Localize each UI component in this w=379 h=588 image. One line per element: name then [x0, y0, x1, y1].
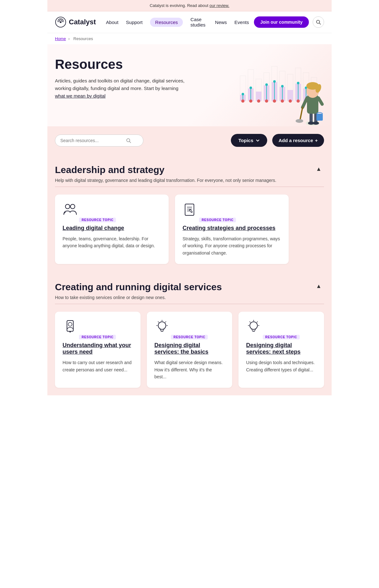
svg-line-3 [319, 23, 321, 24]
svg-line-61 [300, 107, 303, 120]
hero-section: Resources Articles, guides and toolkits … [47, 44, 332, 126]
breadcrumb-home[interactable]: Home [55, 36, 66, 41]
svg-line-90 [257, 321, 258, 322]
lightbulb-icon [154, 319, 170, 334]
card-understanding-users: RESOURCE TOPIC Understanding what your u… [55, 312, 141, 388]
banner-link[interactable]: our review. [209, 3, 229, 8]
page-title: Resources [55, 57, 188, 72]
nav-news[interactable]: News [215, 20, 227, 25]
logo[interactable]: Catalyst [55, 16, 96, 28]
svg-point-66 [65, 204, 70, 209]
svg-point-45 [281, 99, 284, 103]
svg-point-78 [158, 322, 166, 329]
svg-line-84 [158, 321, 159, 322]
search-input[interactable] [60, 138, 123, 143]
logo-text: Catalyst [69, 18, 96, 26]
svg-point-67 [70, 204, 75, 209]
leadership-description: Help with digital strategy, governance a… [55, 178, 276, 183]
card3-description: How to carry out user research and creat… [63, 359, 133, 373]
card2-title[interactable]: Creating strategies and processes [183, 225, 281, 231]
card-creating-strategies: RESOURCE TOPIC Creating strategies and p… [175, 195, 289, 264]
card5-description: Using design tools and techniques. Creat… [246, 359, 316, 373]
leadership-section-header: Leadership and strategy Help with digita… [55, 165, 324, 187]
logo-icon [55, 16, 66, 28]
svg-point-40 [241, 99, 244, 103]
search-button[interactable] [313, 16, 324, 28]
banner-text: Catalyst is evolving. Read about [150, 3, 209, 8]
svg-point-47 [297, 99, 300, 103]
svg-line-83 [165, 321, 166, 322]
nav-support[interactable]: Support [126, 20, 143, 25]
nav-resources[interactable]: Resources [150, 18, 183, 27]
card5-title[interactable]: Designing digital services: next steps [246, 342, 316, 355]
card4-title[interactable]: Designing digital services: the basics [154, 342, 225, 355]
nav-about[interactable]: About [106, 20, 118, 25]
digital-services-section-header: Creating and running digital services Ho… [55, 282, 324, 304]
navigation: Catalyst About Support Resources Case st… [47, 11, 332, 33]
card3-topic-label: RESOURCE TOPIC [79, 335, 116, 339]
people-icon [63, 202, 78, 217]
leadership-cards-grid: RESOURCE TOPIC Leading digital change Pe… [47, 187, 332, 272]
card-designing-basics: RESOURCE TOPIC Designing digital service… [147, 312, 232, 388]
search-input-icon [126, 138, 131, 143]
svg-point-62 [296, 119, 303, 123]
hero-illustration [199, 57, 332, 126]
svg-rect-72 [189, 209, 192, 213]
page-wrapper: Catalyst is evolving. Read about our rev… [47, 0, 332, 395]
breadcrumb-current: Resources [73, 36, 93, 41]
card2-description: Strategy, skills, transformation program… [183, 235, 281, 256]
digital-services-title: Creating and running digital services [55, 282, 222, 292]
digital-services-cards-grid: RESOURCE TOPIC Understanding what your u… [47, 304, 332, 395]
top-banner: Catalyst is evolving. Read about our rev… [47, 0, 332, 11]
card4-topic-label: RESOURCE TOPIC [171, 335, 208, 339]
chevron-down-icon [256, 139, 260, 142]
hero-description: Articles, guides and toolkits on digital… [55, 77, 188, 100]
nav-case-studies[interactable]: Case studies [190, 17, 208, 27]
card-designing-next-steps: RESOURCE TOPIC Designing digital service… [238, 312, 324, 388]
hero-content: Resources Articles, guides and toolkits … [55, 57, 188, 100]
svg-point-85 [250, 322, 257, 329]
card4-description: What digital service design means. How i… [154, 359, 225, 380]
nav-events[interactable]: Events [234, 20, 249, 25]
svg-rect-51 [310, 112, 313, 123]
leadership-section: Leadership and strategy Help with digita… [47, 154, 332, 187]
search-input-wrapper [55, 135, 143, 147]
document-edit-icon [183, 202, 198, 217]
search-icon [316, 20, 321, 25]
digital-services-description: How to take existing services online or … [55, 295, 222, 300]
svg-rect-74 [67, 321, 73, 331]
card5-topic-label: RESOURCE TOPIC [263, 335, 300, 339]
card1-description: People, teams, governance, leadership. F… [63, 235, 161, 249]
breadcrumb: Home › Resources [47, 33, 332, 44]
join-community-button[interactable]: Join our community [254, 16, 309, 28]
svg-point-1 [60, 21, 61, 23]
svg-rect-20 [287, 90, 293, 101]
digital-services-section: Creating and running digital services Ho… [47, 272, 332, 304]
svg-point-77 [69, 331, 71, 333]
hero-link[interactable]: what we mean by digital [55, 93, 105, 99]
svg-point-44 [273, 99, 276, 103]
card1-topic-label: RESOURCE TOPIC [79, 218, 116, 222]
svg-point-46 [289, 99, 292, 103]
svg-marker-73 [191, 212, 193, 213]
svg-line-91 [250, 321, 250, 322]
svg-point-43 [265, 99, 268, 103]
svg-rect-63 [316, 114, 323, 121]
leadership-title: Leadership and strategy [55, 165, 276, 175]
search-bar: Topics Add a resource + [47, 126, 332, 154]
card2-topic-label: RESOURCE TOPIC [199, 218, 236, 222]
digital-services-collapse-button[interactable]: ▲ [313, 282, 324, 291]
card-leading-digital-change: RESOURCE TOPIC Leading digital change Pe… [55, 195, 169, 264]
svg-point-41 [249, 99, 252, 103]
leadership-collapse-button[interactable]: ▲ [313, 165, 324, 174]
svg-point-54 [313, 122, 319, 125]
add-resource-button[interactable]: Add a resource + [272, 134, 324, 147]
topics-button[interactable]: Topics [231, 134, 267, 147]
svg-point-42 [257, 99, 260, 103]
nav-links: About Support Resources Case studies New… [106, 17, 249, 27]
card3-title[interactable]: Understanding what your users need [63, 342, 133, 355]
lightbulb-2-icon [246, 319, 261, 334]
card1-title[interactable]: Leading digital change [63, 225, 161, 231]
phone-user-icon [63, 319, 78, 334]
svg-line-57 [318, 98, 322, 104]
